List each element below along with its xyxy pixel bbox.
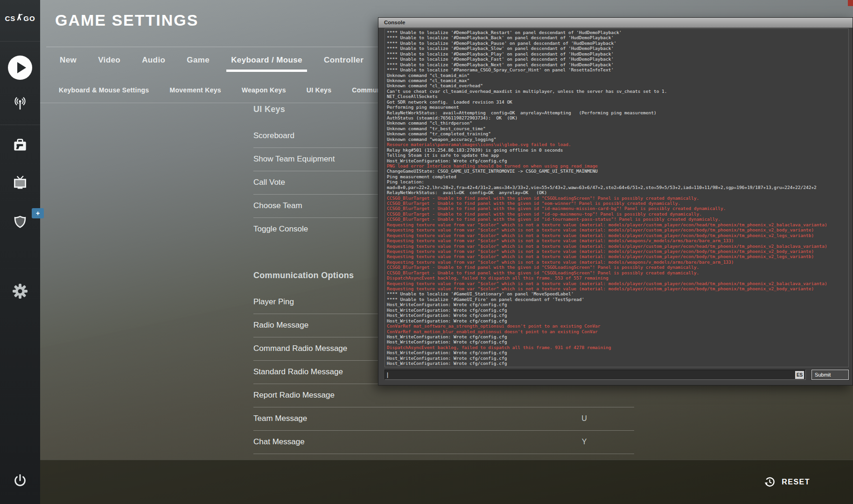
console-line: Requesting texture value from var "$colo… — [387, 254, 848, 259]
setting-label: Standard Radio Message — [253, 361, 343, 383]
console-line: Relay hkg#501 (153.254.86.183:27039) is … — [387, 147, 848, 153]
console-line: Host_WriteConfiguration: Wrote cfg/confi… — [387, 334, 848, 339]
console-input[interactable]: | ES — [385, 370, 806, 380]
page-title: GAME SETTINGS — [55, 11, 198, 29]
subtab-weapon-keys[interactable]: Weapon Keys — [242, 83, 286, 97]
console-line: Requesting texture value from var "$colo… — [387, 286, 848, 291]
console-line: Telling Steam it is safe to update the a… — [387, 153, 848, 158]
console-input-row: | ES Submit — [385, 370, 849, 380]
console-line: Requesting texture value from var "$colo… — [387, 233, 848, 238]
sidebar-item-store[interactable]: + — [0, 213, 40, 231]
console-line: CCSGO_BlurTarget - Unable to find panel … — [387, 211, 848, 217]
console-line: Unknown command "tr_best_course_time" — [387, 126, 848, 131]
play-icon — [8, 56, 32, 80]
console-line: Requesting texture value from var "$colo… — [387, 281, 848, 286]
csgo-logo-right: GO — [23, 14, 35, 22]
setting-row-report-radio-message[interactable]: Report Radio Message — [253, 384, 634, 407]
key-binding: Y — [575, 431, 594, 453]
console-line: CCSGO_BlurTarget - Unable to find panel … — [387, 265, 848, 270]
console-line: Got SDR network config. Loaded revision … — [387, 99, 848, 105]
setting-label: Team Message — [253, 407, 307, 430]
console-line: Host_WriteConfiguration: Wrote cfg/confi… — [387, 313, 848, 318]
reset-button[interactable]: RESET — [763, 476, 810, 488]
console-line: Host_WriteConfiguration: Wrote cfg/confi… — [387, 339, 848, 344]
console-log: **** Unable to localize '#DemoPlayback_R… — [385, 28, 849, 367]
console-line: CCSGO_BlurTarget - Unable to find panel … — [387, 201, 848, 206]
reset-label: RESET — [782, 478, 810, 486]
subtab-movement-keys[interactable]: Movement Keys — [169, 83, 221, 97]
console-line: **** Unable to localize '#DemoPlayback_P… — [387, 51, 848, 56]
subtab-keyboard-mouse-settings[interactable]: Keyboard & Mouse Settings — [59, 83, 149, 97]
console-line: RelayNetWorkStatus: avail=Attempting con… — [387, 110, 848, 115]
setting-label: Choose Team — [253, 195, 302, 217]
sidebar-item-broadcast[interactable] — [0, 95, 40, 112]
console-line: Unknown command "cl_thirdperson" — [387, 120, 848, 126]
console-line: CCSGO_BlurTarget - Unable to find panel … — [387, 270, 848, 275]
tab-controller[interactable]: Controller — [324, 49, 364, 71]
sidebar-divider — [0, 41, 40, 42]
broadcast-icon — [11, 95, 29, 112]
console-line: Host_WriteConfiguration: Wrote cfg/confi… — [387, 361, 848, 366]
tab-keyboard-mouse[interactable]: Keyboard / Mouse — [231, 49, 302, 71]
subtab-ui-keys[interactable]: UI Keys — [307, 83, 331, 97]
console-line: **** Unable to localize '#Panorama_CSGO_… — [387, 67, 848, 72]
console-line: **** Unable to localize '#DemoPlayback_P… — [387, 41, 848, 46]
key-binding: U — [575, 407, 594, 430]
power-icon — [11, 472, 29, 490]
sidebar-item-play[interactable] — [0, 56, 40, 80]
sidebar-divider — [0, 125, 40, 125]
setting-row-team-message[interactable]: Team MessageU — [253, 407, 634, 431]
csgo-logo-left: CS — [5, 14, 15, 22]
console-line: Performing ping measurement — [387, 105, 848, 110]
console-line: **** Unable to localize '#DemoPlayback_F… — [387, 56, 848, 62]
setting-label: Player Ping — [253, 291, 294, 313]
setting-label: Scoreboard — [253, 125, 294, 147]
setting-label: Toggle Console — [253, 218, 308, 240]
console-line: Requesting texture value from var "$colo… — [387, 249, 848, 254]
keyboard-language-button[interactable]: ES — [795, 371, 804, 379]
console-titlebar[interactable]: Console — [378, 18, 853, 28]
sidebar: CS GO — [0, 0, 40, 504]
tab-video[interactable]: Video — [98, 49, 120, 71]
console-line: Unknown command "cl_teamid_max" — [387, 78, 848, 83]
console-line: **** Unable to localize '#DemoPlayback_S… — [387, 46, 848, 51]
console-line: Host_WriteConfiguration: Wrote cfg/confi… — [387, 308, 848, 313]
submit-button[interactable]: Submit — [811, 370, 849, 380]
tab-new[interactable]: New — [60, 49, 77, 71]
console-line: Host_WriteConfiguration: Wrote cfg/confi… — [387, 318, 848, 323]
setting-label: Chat Message — [253, 431, 305, 453]
console-window: Console **** Unable to localize '#DemoPl… — [378, 17, 853, 385]
console-line: Requesting texture value from var "$colo… — [387, 238, 848, 243]
sidebar-item-settings[interactable] — [0, 282, 40, 301]
tab-bar: NewVideoAudioGameKeyboard / MouseControl… — [60, 49, 364, 71]
console-line: CCSGO_BlurTarget - Unable to find panel … — [387, 217, 848, 222]
console-line: **** Unable to localize '#DemoPlayback_N… — [387, 62, 848, 67]
csgo-logo-soldier-icon — [16, 13, 23, 23]
setting-label: Command Radio Message — [253, 337, 347, 360]
sidebar-item-inventory[interactable] — [0, 137, 40, 154]
console-line: Requesting texture value from var "$colo… — [387, 222, 848, 227]
footer-bar: RESET — [0, 460, 853, 504]
console-line: RelayNetWorkStatus: avail=OK config=OK a… — [387, 190, 848, 195]
sidebar-item-watch[interactable] — [0, 175, 40, 192]
console-line: **** Unable to localize '#DemoPlayback_B… — [387, 35, 848, 40]
console-line: DispatchAsyncEvent backlog, failed to di… — [387, 275, 848, 280]
sidebar-item-power[interactable] — [0, 472, 40, 490]
console-line: PNG load error Interlace handling should… — [387, 163, 848, 168]
tab-audio[interactable]: Audio — [142, 49, 165, 71]
console-line: **** Unable to localize '#DemoPlayback_R… — [387, 30, 848, 35]
console-line: AuthStatus (steamid:76561198272903734): … — [387, 115, 848, 120]
console-line: **** Unable to localize '#GameUI_Fire' o… — [387, 297, 848, 302]
console-line: Unknown command "weapon_accuracy_logging… — [387, 137, 848, 142]
setting-label: Radio Message — [253, 314, 308, 336]
setting-row-chat-message[interactable]: Chat MessageY — [253, 431, 634, 454]
console-line: Requesting texture value from var "$colo… — [387, 259, 848, 265]
console-line: ConVarRef mat_motion_blur_enabled_option… — [387, 329, 848, 334]
console-line: NET_CloseAllSockets — [387, 94, 848, 99]
csgo-logo[interactable]: CS GO — [0, 13, 40, 23]
console-line: Host_WriteConfiguration: Wrote cfg/confi… — [387, 158, 848, 163]
console-line: mad=8+0,par=22+2,lhr=28+2,fra=42+4/31+2,… — [387, 185, 848, 190]
console-line: Ping location: — [387, 179, 848, 184]
tab-game[interactable]: Game — [187, 49, 210, 71]
console-line: Requesting texture value from var "$colo… — [387, 227, 848, 232]
